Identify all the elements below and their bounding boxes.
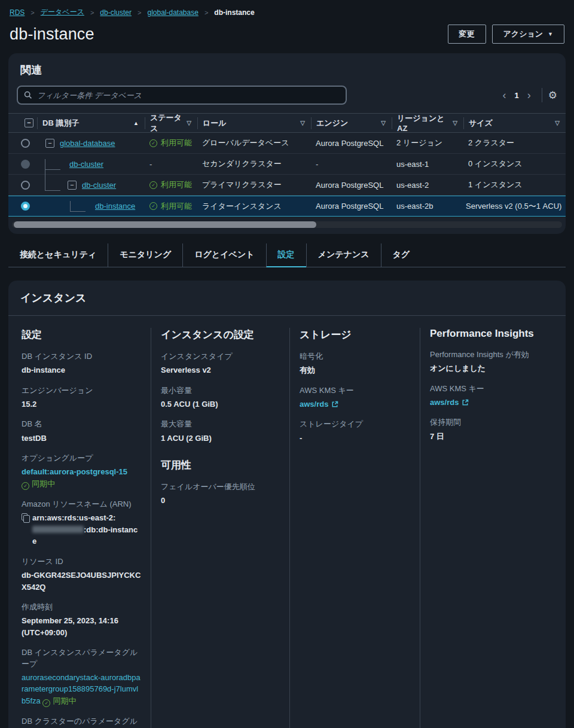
page: RDS > データベース > db-cluster > global-datab… bbox=[0, 0, 574, 728]
copy-icon[interactable] bbox=[22, 513, 28, 520]
instance-panel: インスタンス 設定 DB インスタンス ID db-instance エンジンバ… bbox=[8, 281, 566, 728]
field-value: Serverless v2 bbox=[161, 364, 280, 376]
check-circle-icon: ✓ bbox=[149, 181, 157, 189]
tab-logs-events[interactable]: ログとイベント bbox=[182, 243, 265, 267]
sync-status: ✓同期中 bbox=[22, 479, 55, 488]
field-label: フェイルオーバー優先順位 bbox=[161, 482, 280, 492]
breadcrumb-separator: > bbox=[138, 9, 141, 16]
row-radio[interactable] bbox=[21, 139, 30, 148]
row-radio[interactable] bbox=[21, 181, 30, 190]
settings-column: 設定 DB インスタンス ID db-instance エンジンバージョン 15… bbox=[8, 328, 151, 728]
sort-asc-icon[interactable]: ▲ bbox=[133, 120, 139, 126]
table-row[interactable]: − global-database ✓利用可能 グローバルデータベース Auro… bbox=[8, 133, 566, 154]
column-header-db-identifier[interactable]: DB 識別子 ▲ bbox=[37, 117, 145, 129]
field-label: エンジンバージョン bbox=[22, 385, 141, 396]
instance-parameter-group-link[interactable]: aurorasecondarystack-auroradbparametergr… bbox=[22, 673, 141, 705]
prev-page-button[interactable]: ‹ bbox=[498, 90, 511, 100]
option-group-link[interactable]: default:aurora-postgresql-15 bbox=[22, 467, 127, 476]
field-value: 15.2 bbox=[22, 398, 141, 410]
field-value: 0 bbox=[161, 495, 280, 507]
field-label: Performance Insights が有効 bbox=[430, 349, 556, 360]
settings-column-title: 設定 bbox=[22, 328, 141, 342]
filter-icon[interactable]: ▽ bbox=[453, 120, 457, 126]
scrollbar-thumb[interactable] bbox=[14, 221, 316, 228]
field-value: testDB bbox=[22, 432, 141, 444]
collapse-all-icon[interactable]: − bbox=[25, 118, 33, 127]
status-text: 利用可能 bbox=[161, 179, 192, 190]
db-link[interactable]: global-database bbox=[60, 139, 115, 148]
status-text: 利用可能 bbox=[161, 201, 192, 212]
actions-button[interactable]: アクション ▼ bbox=[492, 25, 564, 44]
filter-input[interactable] bbox=[37, 91, 340, 100]
field-max-capacity: 最大容量 1 ACU (2 GiB) bbox=[161, 419, 280, 444]
db-link[interactable]: db-instance bbox=[95, 202, 135, 211]
table-row[interactable]: − db-cluster ✓利用可能 プライマリクラスター Aurora Pos… bbox=[8, 175, 566, 196]
field-engine-version: エンジンバージョン 15.2 bbox=[22, 385, 141, 410]
breadcrumb-separator: > bbox=[204, 9, 208, 16]
field-label: Amazon リソースネーム (ARN) bbox=[22, 499, 141, 510]
horizontal-scrollbar[interactable] bbox=[12, 221, 562, 228]
field-label: 暗号化 bbox=[300, 351, 410, 362]
field-kms-key: AWS KMS キー aws/rds bbox=[300, 385, 410, 410]
next-page-button[interactable]: › bbox=[523, 90, 536, 100]
tree-connector bbox=[45, 180, 60, 191]
filter-icon[interactable]: ▽ bbox=[381, 120, 386, 126]
table-row[interactable]: db-cluster - セカンダリクラスター - us-east-1 0 イン… bbox=[8, 154, 566, 175]
check-circle-icon: ✓ bbox=[149, 139, 157, 147]
field-resource-id: リソース ID db-GKGR42SEJO4UBSJPIYCKCX542Q bbox=[22, 556, 141, 593]
field-value: 0.5 ACU (1 GiB) bbox=[161, 398, 280, 410]
kms-key-link[interactable]: aws/rds bbox=[300, 400, 328, 409]
field-instance-parameter-group: DB インスタンスパラメータグループ aurorasecondarystack-… bbox=[22, 647, 141, 707]
detail-tabs: 接続とセキュリティ モニタリング ログとイベント 設定 メンテナンス タグ bbox=[8, 243, 566, 267]
field-value: db-instance bbox=[22, 364, 141, 376]
tab-configuration[interactable]: 設定 bbox=[266, 243, 306, 267]
instance-settings-column: インスタンスの設定 インスタンスタイプ Serverless v2 最小容量 0… bbox=[151, 328, 289, 728]
column-label: ロール bbox=[203, 118, 227, 129]
gear-icon[interactable]: ⚙ bbox=[548, 90, 557, 100]
field-db-name: DB 名 testDB bbox=[22, 419, 141, 444]
header-actions: 変更 アクション ▼ bbox=[448, 25, 564, 44]
field-min-capacity: 最小容量 0.5 ACU (1 GiB) bbox=[161, 385, 280, 410]
db-link[interactable]: db-cluster bbox=[82, 181, 116, 190]
instance-panel-title: インスタンス bbox=[20, 292, 87, 304]
tab-maintenance[interactable]: メンテナンス bbox=[306, 243, 381, 267]
collapse-icon[interactable]: − bbox=[45, 139, 54, 148]
field-db-instance-id: DB インスタンス ID db-instance bbox=[22, 351, 141, 376]
column-header-role[interactable]: ロール ▽ bbox=[197, 117, 311, 129]
column-header-status[interactable]: ステータス ▽ bbox=[145, 117, 197, 129]
column-header-size[interactable]: サイズ ▽ bbox=[463, 117, 566, 129]
performance-insights-title: Performance Insights bbox=[430, 328, 556, 340]
breadcrumb-global-database[interactable]: global-database bbox=[147, 8, 198, 17]
row-radio[interactable] bbox=[21, 202, 30, 211]
tab-monitoring[interactable]: モニタリング bbox=[108, 243, 182, 267]
table-header: − DB 識別子 ▲ ステータス ▽ ロール ▽ エンジン ▽ リージョンと A… bbox=[8, 113, 566, 133]
column-label: サイズ bbox=[469, 118, 493, 129]
modify-button[interactable]: 変更 bbox=[448, 25, 486, 44]
table-row-selected[interactable]: db-instance ✓利用可能 ライターインスタンス Aurora Post… bbox=[8, 196, 566, 217]
filter-icon[interactable]: ▽ bbox=[555, 120, 560, 126]
field-label: 保持期間 bbox=[430, 417, 556, 428]
breadcrumb-db-cluster[interactable]: db-cluster bbox=[100, 8, 132, 17]
field-label: リソース ID bbox=[22, 556, 141, 567]
field-value: - bbox=[300, 432, 410, 444]
engine-cell: Aurora PostgreSQL bbox=[311, 181, 392, 190]
actions-button-label: アクション bbox=[503, 29, 544, 39]
page-number[interactable]: 1 bbox=[511, 91, 523, 100]
filter-icon[interactable]: ▽ bbox=[187, 120, 191, 126]
column-header-engine[interactable]: エンジン ▽ bbox=[311, 117, 392, 129]
column-header-region-az[interactable]: リージョンと AZ ▽ bbox=[392, 117, 463, 129]
breadcrumb-rds[interactable]: RDS bbox=[10, 8, 25, 17]
collapse-icon[interactable]: − bbox=[68, 181, 77, 190]
region-cell: us-east-2 bbox=[392, 181, 463, 190]
kms-key-link[interactable]: aws/rds bbox=[430, 398, 459, 407]
breadcrumb-databases[interactable]: データベース bbox=[41, 7, 84, 17]
filter-icon[interactable]: ▽ bbox=[300, 120, 305, 126]
region-cell: 2 リージョン bbox=[392, 138, 463, 148]
db-link[interactable]: db-cluster bbox=[69, 160, 103, 169]
tab-connectivity-security[interactable]: 接続とセキュリティ bbox=[8, 243, 108, 267]
tab-tags[interactable]: タグ bbox=[381, 243, 422, 267]
engine-cell: - bbox=[311, 160, 392, 169]
role-cell: セカンダリクラスター bbox=[197, 159, 311, 169]
instance-settings-title: インスタンスの設定 bbox=[161, 328, 280, 342]
field-label: オプショングループ bbox=[22, 453, 141, 464]
